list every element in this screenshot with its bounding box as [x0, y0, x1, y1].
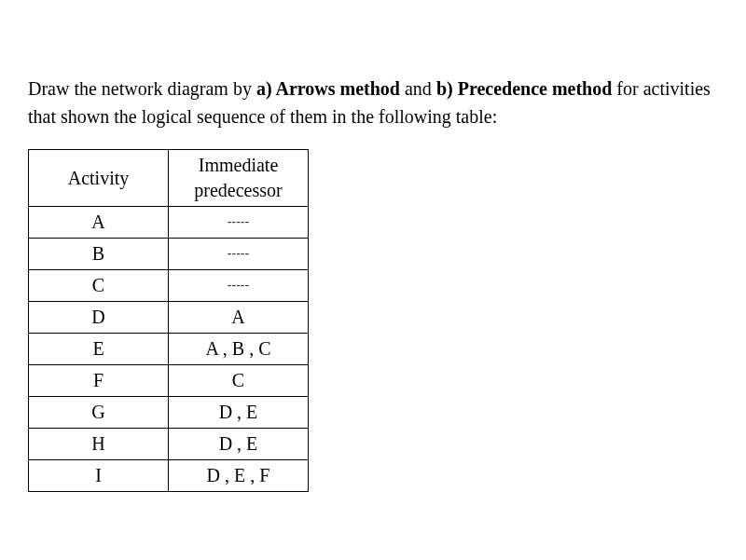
cell-predecessor: D , E , F — [169, 460, 309, 492]
cell-activity: C — [29, 270, 169, 302]
table-row: C ----- — [29, 270, 309, 302]
question-part-b: b) Precedence method — [436, 78, 612, 99]
cell-activity: H — [29, 429, 169, 460]
question-text: Draw the network diagram by a) Arrows me… — [28, 75, 718, 130]
cell-predecessor: C — [169, 365, 309, 397]
cell-predecessor: ----- — [169, 270, 309, 302]
table-row: E A , B , C — [29, 334, 309, 365]
table-row: B ----- — [29, 239, 309, 270]
header-activity: Activity — [29, 150, 169, 207]
cell-activity: A — [29, 207, 169, 239]
table-row: A ----- — [29, 207, 309, 239]
cell-activity: G — [29, 397, 169, 429]
table-row: G D , E — [29, 397, 309, 429]
cell-predecessor: ----- — [169, 207, 309, 239]
table-row: I D , E , F — [29, 460, 309, 492]
cell-activity: I — [29, 460, 169, 492]
cell-predecessor: ----- — [169, 239, 309, 270]
table-row: D A — [29, 302, 309, 334]
header-predecessor-line2: predecessor — [194, 180, 282, 200]
cell-activity: F — [29, 365, 169, 397]
table-header-row: Activity Immediate predecessor — [29, 150, 309, 207]
header-predecessor: Immediate predecessor — [169, 150, 309, 207]
cell-predecessor: D , E — [169, 429, 309, 460]
question-mid: and — [400, 78, 436, 99]
activities-table: Activity Immediate predecessor A ----- B… — [28, 149, 309, 492]
table-row: H D , E — [29, 429, 309, 460]
cell-predecessor: D , E — [169, 397, 309, 429]
cell-activity: E — [29, 334, 169, 365]
cell-activity: B — [29, 239, 169, 270]
cell-activity: D — [29, 302, 169, 334]
question-part-a: a) Arrows method — [256, 78, 400, 99]
question-prefix: Draw the network diagram by — [28, 78, 256, 99]
cell-predecessor: A , B , C — [169, 334, 309, 365]
table-row: F C — [29, 365, 309, 397]
cell-predecessor: A — [169, 302, 309, 334]
header-predecessor-line1: Immediate — [199, 155, 279, 175]
